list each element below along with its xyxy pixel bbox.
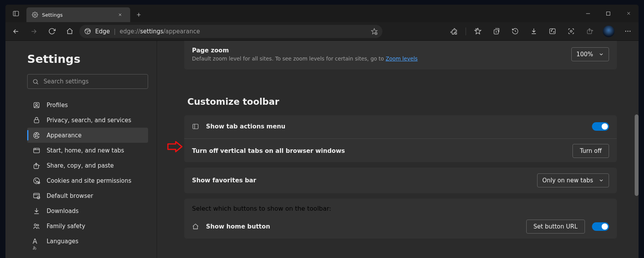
svg-rect-19 [34,148,40,153]
close-window-button[interactable] [618,5,639,22]
settings-search-input[interactable] [44,78,143,85]
toolbar-buttons-heading: Select which buttons to show on the tool… [192,205,609,212]
customize-toolbar-heading: Customize toolbar [187,97,617,107]
chevron-down-icon [599,178,604,183]
page-zoom-setting: Page zoom Default zoom level for all sit… [184,41,617,69]
tab-actions-toggle[interactable] [592,122,609,131]
tab-title: Settings [42,12,63,18]
svg-point-12 [33,79,37,83]
svg-rect-2 [607,12,610,15]
page-zoom-select[interactable]: 100% [571,47,609,61]
forward-button[interactable] [26,24,42,39]
nav-privacy[interactable]: Privacy, search, and services [27,113,148,128]
nav-share-copy-paste[interactable]: Share, copy, and paste [27,158,148,173]
svg-point-16 [35,134,36,135]
math-solver-button[interactable] [544,24,561,39]
vertical-tabs-row: Turn off vertical tabs on all browser wi… [192,143,609,159]
history-button[interactable] [506,24,524,39]
plus-icon [136,12,142,18]
close-tab-button[interactable] [115,9,126,20]
url-separator: | [114,28,116,35]
nav-languages[interactable]: AあLanguages [27,234,148,249]
svg-point-10 [627,31,628,32]
svg-point-9 [625,31,626,32]
svg-point-14 [36,103,38,105]
annotation-arrow-icon [167,141,183,152]
nav-cookies-permissions[interactable]: Cookies and site permissions [27,173,148,188]
gear-icon [32,12,38,18]
extensions-button[interactable] [445,24,462,39]
svg-point-23 [37,181,38,182]
share-button[interactable] [581,24,598,39]
settings-heading: Settings [27,52,148,66]
svg-point-28 [34,224,36,226]
scrollbar-thumb[interactable] [635,114,639,196]
url-brand: Edge [95,28,110,35]
vertical-tabs-button[interactable] [5,5,26,22]
svg-point-7 [570,30,572,32]
svg-rect-0 [13,11,19,16]
set-home-url-button[interactable]: Set button URL [526,220,585,234]
close-icon [118,12,122,17]
home-button-toggle[interactable] [592,222,609,231]
back-button[interactable] [8,24,24,39]
chevron-down-icon [599,52,604,57]
svg-rect-30 [193,124,198,129]
svg-point-29 [37,224,38,226]
favorites-button[interactable] [469,24,486,39]
more-menu-button[interactable] [619,24,636,39]
favorites-bar-select[interactable]: Only on new tabs [537,173,609,187]
svg-point-24 [36,182,37,182]
nav-default-browser[interactable]: Default browser [27,188,148,203]
home-icon [192,223,199,230]
svg-rect-6 [550,29,555,34]
edge-logo-icon [84,28,91,35]
zoom-levels-link[interactable]: Zoom levels [386,55,417,62]
favorites-bar-row: Show favorites bar Only on new tabs [192,172,609,189]
show-home-button-row: Show home button Set button URL [192,218,609,235]
turn-off-vertical-tabs-button[interactable]: Turn off [572,144,609,158]
refresh-button[interactable] [44,24,60,39]
svg-rect-26 [34,193,40,198]
nav-appearance[interactable]: Appearance [27,128,148,143]
svg-point-22 [35,180,36,180]
favorite-star-button[interactable] [371,28,378,35]
nav-family-safety[interactable]: Family safety [27,218,148,234]
new-tab-button[interactable] [130,7,147,22]
browser-tab[interactable]: Settings [26,7,130,22]
profile-avatar[interactable] [603,26,614,37]
minimize-button[interactable] [578,5,598,22]
svg-point-17 [36,133,37,134]
page-zoom-label: Page zoom [192,47,564,54]
address-bar[interactable]: Edge | edge://settings/appearance [79,25,382,38]
collections-button[interactable] [488,24,505,39]
tab-actions-icon [192,123,199,130]
home-button[interactable] [61,24,78,39]
web-capture-button[interactable] [562,24,579,39]
show-tab-actions-row: Show tab actions menu [192,118,609,135]
maximize-button[interactable] [598,5,618,22]
svg-point-1 [34,14,36,16]
svg-rect-15 [34,119,39,123]
url-text: edge://settings/appearance [120,28,200,35]
page-zoom-desc: Default zoom level for all sites. To see… [192,55,564,62]
svg-point-11 [629,31,630,32]
nav-downloads[interactable]: Downloads [27,203,148,218]
downloads-button[interactable] [525,24,542,39]
nav-profiles[interactable]: Profiles [27,97,148,113]
settings-search[interactable] [27,74,148,89]
svg-point-18 [35,136,36,137]
search-icon [32,78,39,85]
nav-start-home-tabs[interactable]: Start, home, and new tabs [27,143,148,158]
